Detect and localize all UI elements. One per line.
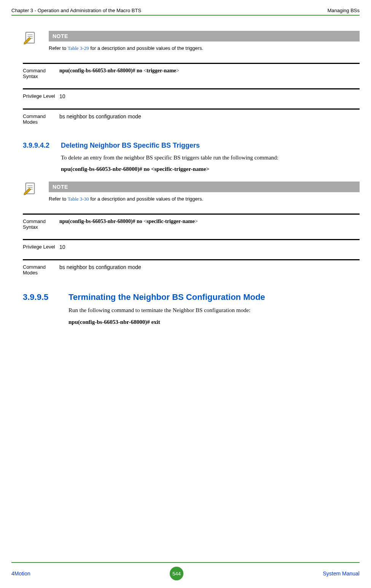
modes-label: Command Modes <box>23 264 59 276</box>
privilege-value: 10 <box>59 93 360 99</box>
table-row: Command Modes bs neighbor bs configurati… <box>23 259 360 285</box>
section-title: Terminating the Neighbor BS Configuratio… <box>68 292 360 302</box>
syntax-param: trigger-name <box>146 68 176 73</box>
cmd-prefix: npu(config-bs-66053-nbr-68000) <box>68 319 147 325</box>
header-chapter: Chapter 3 - Operation and Administration… <box>11 8 141 13</box>
privilege-label: Privilege Level <box>23 93 59 99</box>
command-table: Command Syntax npu(config-bs-66053-nbr-6… <box>23 63 360 134</box>
command-line: npu(config-bs-66053-nbr-68000)# exit <box>68 319 360 325</box>
body-paragraph: Run the following command to terminate t… <box>68 306 350 315</box>
modes-value: bs neighbor bs configuration mode <box>59 264 360 276</box>
syntax-param: specific-trigger-name <box>146 218 195 224</box>
note-text-pre: Refer to <box>49 45 68 51</box>
privilege-label: Privilege Level <box>23 244 59 250</box>
footer-manual: System Manual <box>323 570 360 577</box>
note-link[interactable]: Table 3-29 <box>68 45 89 51</box>
note-body: Refer to Table 3-29 for a description an… <box>49 41 360 51</box>
note-block: NOTE Refer to Table 3-30 for a descripti… <box>23 182 360 202</box>
syntax-label: Command Syntax <box>23 218 59 230</box>
footer-product: 4Motion <box>11 570 30 577</box>
note-text-pre: Refer to <box>49 196 68 202</box>
syntax-prefix: npu(config-bs-66053-nbr-68000)# no <box>59 218 143 224</box>
section-title: Deleting Neighbor BS Specific BS Trigger… <box>61 142 360 150</box>
note-link[interactable]: Table 3-30 <box>68 196 89 202</box>
modes-value: bs neighbor bs configuration mode <box>59 113 360 125</box>
privilege-value: 10 <box>59 244 360 250</box>
table-row: Privilege Level 10 <box>23 88 360 108</box>
table-row: Command Syntax npu(config-bs-66053-nbr-6… <box>23 214 360 239</box>
syntax-prefix: npu(config-bs-66053-nbr-68000)# no <box>59 68 143 73</box>
section-number: 3.9.9.4.2 <box>23 142 61 150</box>
note-text-post: for a description and possible values of… <box>89 45 204 51</box>
header-section: Managing BSs <box>327 8 360 13</box>
note-block: NOTE Refer to Table 3-29 for a descripti… <box>23 31 360 51</box>
note-label: NOTE <box>49 31 360 41</box>
section-heading: 3.9.9.4.2 Deleting Neighbor BS Specific … <box>23 142 360 150</box>
note-label: NOTE <box>49 182 360 192</box>
note-icon <box>23 182 37 196</box>
table-row: Privilege Level 10 <box>23 239 360 259</box>
note-icon <box>23 31 37 45</box>
syntax-label: Command Syntax <box>23 68 59 79</box>
section-number: 3.9.9.5 <box>23 292 68 302</box>
syntax-gt: > <box>176 68 179 73</box>
syntax-gt: > <box>195 218 198 224</box>
syntax-lt: < <box>143 218 146 224</box>
command-table: Command Syntax npu(config-bs-66053-nbr-6… <box>23 214 360 285</box>
command-line: npu(config-bs-66053-nbr-68000)# no <spec… <box>61 166 360 172</box>
note-body: Refer to Table 3-30 for a description an… <box>49 192 360 202</box>
body-paragraph: To delete an entry from the neighbor BS … <box>61 153 342 162</box>
cmd-word: exit <box>151 319 160 325</box>
section-heading: 3.9.9.5 Terminating the Neighbor BS Conf… <box>23 292 360 302</box>
syntax-value: npu(config-bs-66053-nbr-68000)# no <spec… <box>59 218 360 230</box>
page-header: Chapter 3 - Operation and Administration… <box>11 8 360 16</box>
syntax-value: npu(config-bs-66053-nbr-68000)# no <trig… <box>59 68 360 79</box>
table-row: Command Modes bs neighbor bs configurati… <box>23 108 360 134</box>
table-row: Command Syntax npu(config-bs-66053-nbr-6… <box>23 63 360 88</box>
syntax-lt: < <box>143 68 146 73</box>
note-text-post: for a description and possible values of… <box>89 196 204 202</box>
page-footer: 4Motion 544 System Manual <box>11 562 360 588</box>
footer-page-number: 544 <box>170 567 183 580</box>
modes-label: Command Modes <box>23 113 59 125</box>
cmd-hash: # <box>147 319 151 325</box>
